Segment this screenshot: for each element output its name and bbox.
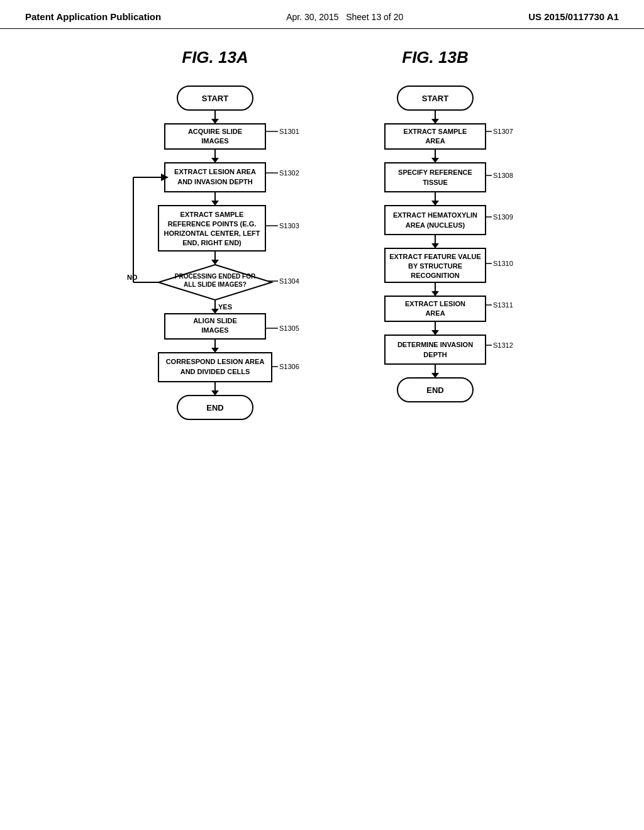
svg-text:S1311: S1311 — [493, 301, 513, 309]
publication-title: Patent Application Publication — [25, 11, 161, 22]
svg-marker-10 — [211, 158, 219, 163]
svg-text:S1303: S1303 — [279, 222, 299, 230]
svg-text:AREA (NUCLEUS): AREA (NUCLEUS) — [406, 221, 465, 229]
svg-marker-73 — [431, 201, 439, 206]
svg-text:S1312: S1312 — [493, 341, 513, 349]
svg-rect-49 — [158, 353, 272, 382]
svg-text:START: START — [202, 94, 228, 103]
svg-text:AREA: AREA — [425, 137, 445, 145]
svg-text:S1302: S1302 — [279, 169, 299, 177]
svg-marker-3 — [211, 119, 219, 124]
svg-text:IMAGES: IMAGES — [201, 326, 228, 334]
svg-text:S1308: S1308 — [493, 172, 513, 179]
svg-text:S1305: S1305 — [279, 324, 299, 332]
svg-text:S1310: S1310 — [493, 260, 513, 267]
svg-text:NO: NO — [127, 274, 138, 281]
svg-text:HORIZONTAL CENTER, LEFT: HORIZONTAL CENTER, LEFT — [164, 230, 260, 237]
svg-text:ALIGN SLIDE: ALIGN SLIDE — [193, 317, 237, 324]
svg-text:PROCESSING ENDED FOR: PROCESSING ENDED FOR — [175, 273, 256, 280]
svg-text:AREA: AREA — [425, 309, 445, 317]
svg-text:AND INVASION DEPTH: AND INVASION DEPTH — [177, 178, 253, 185]
page-header: Patent Application Publication Apr. 30, … — [0, 0, 644, 29]
svg-text:IMAGES: IMAGES — [201, 137, 228, 145]
svg-rect-13 — [165, 163, 265, 192]
svg-text:START: START — [422, 94, 448, 103]
svg-text:ACQUIRE SLIDE: ACQUIRE SLIDE — [188, 128, 242, 135]
svg-marker-59 — [431, 119, 439, 124]
svg-text:END: END — [426, 385, 443, 395]
flowchart-13b: START S1307 EXTRACT SAMPLE AREA S1308 SP… — [347, 80, 523, 595]
svg-text:AND DIVIDED CELLS: AND DIVIDED CELLS — [180, 368, 250, 375]
svg-marker-53 — [211, 390, 219, 396]
svg-text:EXTRACT SAMPLE: EXTRACT SAMPLE — [180, 211, 244, 218]
svg-text:EXTRACT LESION: EXTRACT LESION — [405, 300, 465, 307]
svg-text:EXTRACT HEMATOXYLIN: EXTRACT HEMATOXYLIN — [393, 211, 477, 219]
publication-date-sheet: Apr. 30, 2015 Sheet 13 of 20 — [286, 12, 403, 22]
svg-text:END, RIGHT END): END, RIGHT END) — [182, 239, 242, 246]
diagram-13a: FIG. 13A START S1301 ACQUIRE SLIDE IMAGE… — [121, 48, 309, 595]
patent-number: US 2015/0117730 A1 — [528, 11, 619, 22]
svg-marker-95 — [431, 330, 439, 335]
svg-rect-98 — [385, 335, 486, 364]
svg-text:S1309: S1309 — [493, 213, 513, 221]
fig-13a-label: FIG. 13A — [182, 48, 248, 67]
svg-text:RECOGNITION: RECOGNITION — [411, 272, 460, 279]
svg-marker-46 — [211, 348, 219, 353]
svg-marker-88 — [431, 291, 439, 296]
svg-text:EXTRACT LESION AREA: EXTRACT LESION AREA — [174, 168, 256, 175]
svg-text:REFERENCE POINTS (E.G.: REFERENCE POINTS (E.G. — [168, 220, 257, 228]
diagrams-container: FIG. 13A START S1301 ACQUIRE SLIDE IMAGE… — [0, 48, 644, 595]
svg-text:S1306: S1306 — [279, 363, 299, 370]
svg-marker-17 — [211, 201, 219, 206]
svg-text:DEPTH: DEPTH — [423, 351, 447, 358]
svg-text:S1301: S1301 — [279, 128, 299, 135]
svg-text:S1307: S1307 — [493, 128, 513, 135]
diagram-13b: FIG. 13B START S1307 EXTRACT SAMPLE AREA… — [347, 48, 523, 595]
svg-text:EXTRACT FEATURE VALUE: EXTRACT FEATURE VALUE — [389, 253, 481, 260]
svg-marker-80 — [431, 243, 439, 248]
publication-date: Apr. 30, 2015 — [286, 12, 338, 22]
svg-text:S1304: S1304 — [279, 277, 299, 285]
svg-text:BY STRUCTURE: BY STRUCTURE — [408, 262, 462, 270]
flowchart-13a: START S1301 ACQUIRE SLIDE IMAGES S1302 E… — [121, 80, 309, 595]
svg-marker-66 — [431, 158, 439, 163]
svg-text:END: END — [206, 403, 223, 412]
svg-text:YES: YES — [218, 303, 232, 311]
fig-13b-label: FIG. 13B — [402, 48, 468, 67]
svg-text:DETERMINE INVASION: DETERMINE INVASION — [397, 341, 473, 348]
svg-marker-26 — [211, 260, 219, 265]
sheet-info: Sheet 13 of 20 — [346, 12, 403, 22]
svg-text:EXTRACT SAMPLE: EXTRACT SAMPLE — [404, 128, 467, 135]
svg-rect-76 — [385, 206, 486, 235]
svg-text:SPECIFY REFERENCE: SPECIFY REFERENCE — [398, 169, 472, 176]
svg-text:CORRESPOND LESION AREA: CORRESPOND LESION AREA — [166, 358, 265, 365]
svg-text:ALL SLIDE IMAGES?: ALL SLIDE IMAGES? — [184, 281, 247, 288]
svg-text:TISSUE: TISSUE — [423, 179, 448, 186]
svg-marker-102 — [431, 373, 439, 378]
svg-rect-69 — [385, 163, 486, 192]
